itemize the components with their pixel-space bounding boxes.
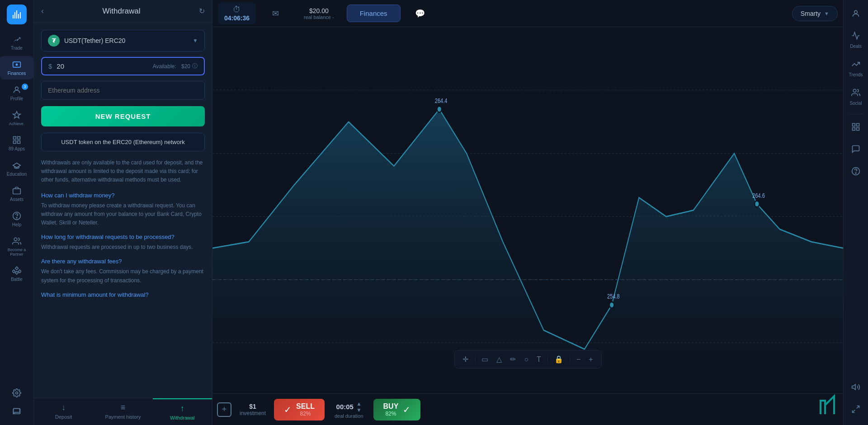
svg-text:254.8: 254.8 [607,292,620,300]
faq-answer-1: To withdraw money please create a withdr… [41,201,205,228]
sell-button[interactable]: ✓ SELL 82% [274,399,325,420]
chat2-icon [851,145,860,156]
faq-question-3[interactable]: Are there any withdrawal fees? [41,258,205,265]
increase-investment-button[interactable]: + [217,402,231,417]
finances-label: Finances [8,71,26,76]
message-button[interactable]: ✉ [259,6,291,21]
amount-input[interactable] [57,62,152,70]
sidebar-item-battle[interactable]: Battle [0,262,33,285]
volume-icon [851,383,860,394]
sell-label: SELL [296,402,315,411]
apps-icon [12,135,22,145]
sidebar-item-achievements[interactable]: Achieve. [0,107,33,130]
lock-tool[interactable]: 🔒 [552,353,565,365]
buy-checkmark-icon: ✓ [403,404,410,415]
new-request-button[interactable]: NEW REQUEST [41,106,205,126]
sidebar-item-education[interactable]: Education [0,157,33,180]
back-button[interactable]: ‹ [41,6,44,16]
pencil-tool[interactable]: ✏ [508,353,518,365]
zoom-in-tool[interactable]: + [587,354,594,365]
help-icon [12,211,22,221]
smarty-dropdown[interactable]: Smarty ▼ [792,6,838,21]
timer-button[interactable]: ⏱ 04:06:36 [218,2,256,24]
currency-icon: ₮ [48,35,60,47]
svg-rect-5 [14,141,16,144]
faq-question-1[interactable]: How can I withdraw money? [41,192,205,199]
rs-question[interactable] [844,162,868,182]
currency-select[interactable]: ₮ USDT(Tether) ERC20 ▼ [41,30,205,51]
sell-checkmark-icon: ✓ [284,404,292,415]
sell-percentage: 82% [300,411,311,417]
svg-rect-6 [18,141,20,144]
partner-icon [12,236,22,246]
buy-percentage: 82% [385,411,396,417]
crosshair-tool[interactable]: ✛ [461,353,470,365]
faq-question-4[interactable]: What is minimum amount for withdrawal? [41,291,205,298]
rs-expand[interactable] [844,400,868,420]
rs-chat2[interactable] [844,140,868,160]
circle-tool[interactable]: ○ [522,354,530,365]
sidebar-item-assets[interactable]: Assets [0,182,33,205]
withdrawal-panel: ‹ Withdrawal ↻ ₮ USDT(Tether) ERC20 ▼ $ … [34,0,212,425]
deals-icon [851,31,860,42]
rs-deals[interactable]: Deals [844,27,868,53]
sidebar-item-trade[interactable]: Trade [0,31,33,54]
top-bar: ⏱ 04:06:36 ✉ $20.00 real balance - Finan… [212,0,843,27]
battle-label: Battle [11,277,23,282]
zoom-out-tool[interactable]: − [575,354,582,365]
rs-layout[interactable] [844,118,868,138]
sidebar-item-partner[interactable]: Become a Partner [0,233,33,260]
tab-withdrawal[interactable]: ↑ Withdrawal [153,398,212,425]
ethereum-address-input[interactable] [41,81,205,100]
trends-label: Trends [849,72,863,77]
profile-icon [12,85,22,95]
deal-duration-selector[interactable]: 00:05 ▲ ▼ deal duration [327,398,371,421]
balance-label: real balance - [304,14,334,20]
usdt-info-button[interactable]: USDT token on the ERC20 (Ethereum) netwo… [41,133,205,151]
settings-icon [12,388,22,398]
sidebar-item-settings[interactable] [0,384,33,402]
svg-rect-4 [18,137,20,140]
rs-trends[interactable]: Trends [844,55,868,82]
deal-time-value: 00:05 [336,403,354,411]
sidebar-item-apps[interactable]: 89 Apps [0,131,33,155]
sidebar-item-finances[interactable]: Finances [0,56,33,79]
svg-point-18 [437,106,442,112]
question-icon [851,167,860,178]
deals-label: Deals [850,44,862,49]
achievements-label: Achieve. [9,121,25,126]
divider-3 [570,355,570,364]
chat-button[interactable]: 💬 [404,6,436,21]
finances-button[interactable]: Finances [347,5,401,22]
rs-social[interactable]: Social [844,84,868,110]
sidebar-item-profile[interactable]: Profile 3 [0,81,33,105]
svg-rect-30 [857,128,859,131]
balance-display[interactable]: $20.00 real balance - [295,5,343,23]
logo-button[interactable] [7,5,27,24]
chart-toolbar: ✛ ▭ △ ✏ ○ T 🔒 − + [454,350,601,369]
faq-answer-2: Withdrawal requests are processed in up … [41,243,205,252]
tab-payment-history[interactable]: ≡ Payment history [93,398,152,425]
rs-volume[interactable] [844,378,868,398]
education-label: Education [7,172,27,177]
svg-point-11 [16,392,18,394]
withdrawal-disclaimer: Withdrawals are only available to the ca… [41,159,205,185]
sidebar-item-help[interactable]: Help [0,207,33,231]
divider-1 [475,355,475,364]
feedback-icon [12,407,22,417]
text-tool[interactable]: T [535,354,543,365]
tab-deposit[interactable]: ↓ Deposit [34,398,93,425]
svg-point-1 [16,64,18,66]
refresh-button[interactable]: ↻ [199,7,205,15]
svg-point-26 [853,89,856,93]
buy-button[interactable]: BUY 82% ✓ [373,399,421,420]
rectangle-tool[interactable]: ▭ [480,353,490,365]
sidebar-item-feedback[interactable] [0,403,33,420]
triangle-tool[interactable]: △ [495,353,504,365]
investment-display[interactable]: $1 investment [234,400,271,419]
profile-label: Profile [10,96,23,101]
divider-2 [547,355,548,364]
faq-question-2[interactable]: How long for withdrawal requests to be p… [41,234,205,240]
assets-label: Assets [10,197,24,202]
rs-user[interactable] [844,5,868,25]
